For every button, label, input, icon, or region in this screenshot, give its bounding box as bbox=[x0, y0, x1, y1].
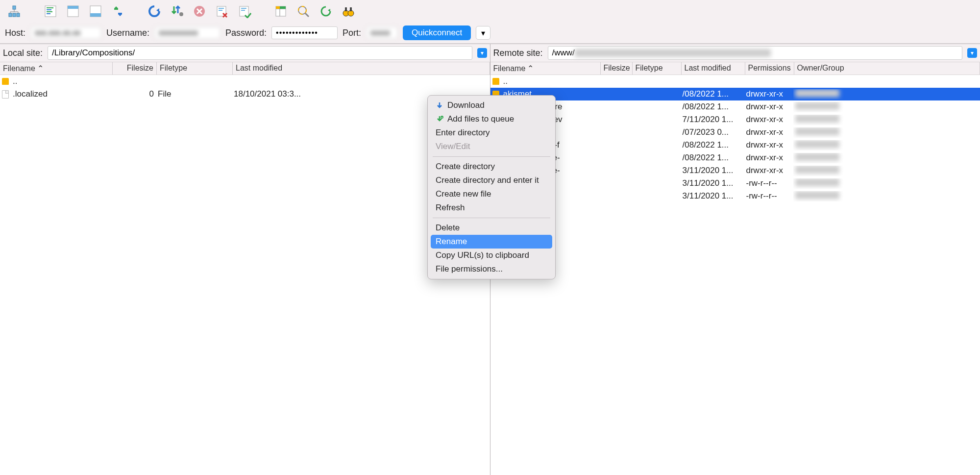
svg-rect-1 bbox=[13, 13, 16, 17]
file-owner bbox=[793, 140, 980, 150]
remote-file-list[interactable]: .. akismet /08/2022 1... drwxr-xr-x bett… bbox=[490, 75, 980, 475]
reconnect-icon[interactable] bbox=[235, 2, 254, 21]
local-header-filetype[interactable]: Filetype bbox=[157, 62, 233, 75]
quickconnect-dropdown[interactable]: ▾ bbox=[476, 26, 490, 40]
toggle-queue-icon[interactable] bbox=[86, 2, 105, 21]
ctx-rename[interactable]: Rename bbox=[431, 235, 552, 249]
svg-rect-14 bbox=[68, 6, 78, 9]
file-permissions: -rw-r--r-- bbox=[744, 191, 793, 201]
file-owner bbox=[793, 102, 980, 112]
file-owner bbox=[793, 178, 980, 189]
port-input[interactable] bbox=[366, 26, 398, 39]
ctx-enter-directory[interactable]: Enter directory bbox=[428, 126, 555, 140]
ctx-create-directory-enter[interactable]: Create directory and enter it bbox=[428, 174, 555, 187]
password-label: Password: bbox=[225, 28, 267, 38]
site-manager-icon[interactable] bbox=[5, 2, 24, 21]
refresh-compare-icon[interactable] bbox=[109, 2, 127, 21]
file-modified: /08/2022 1... bbox=[681, 102, 744, 112]
svg-point-34 bbox=[298, 6, 306, 14]
file-owner bbox=[793, 89, 980, 100]
file-row[interactable]: woocommerce- 3/11/2020 1... drwxr-xr-x bbox=[490, 164, 980, 177]
local-header-filename[interactable]: Filename⌃ bbox=[0, 62, 113, 75]
remote-header-filesize[interactable]: Filesize bbox=[601, 62, 633, 75]
host-input[interactable] bbox=[30, 26, 101, 39]
file-row[interactable]: woocommerce- /08/2022 1... drwxr-xr-x bbox=[490, 151, 980, 164]
cancel-icon[interactable] bbox=[190, 2, 209, 21]
remote-header-permissions[interactable]: Permissions bbox=[745, 62, 794, 75]
ctx-create-directory[interactable]: Create directory bbox=[428, 160, 555, 174]
toggle-log-icon[interactable] bbox=[41, 2, 60, 21]
svg-rect-16 bbox=[90, 13, 101, 17]
ctx-download[interactable]: Download bbox=[428, 99, 555, 112]
svg-line-36 bbox=[305, 13, 309, 17]
file-row[interactable]: .. bbox=[0, 75, 490, 88]
main-toolbar bbox=[0, 0, 980, 23]
remote-pane: Remote site: /www/ ▾ Filename⌃ Filesize … bbox=[490, 44, 980, 475]
file-permissions: drwxr-xr-x bbox=[744, 115, 793, 125]
ctx-file-permissions[interactable]: File permissions... bbox=[428, 262, 555, 276]
sync-icon[interactable] bbox=[145, 2, 164, 21]
ctx-add-to-queue[interactable]: + Add files to queue bbox=[428, 112, 555, 126]
ctx-create-new-file[interactable]: Create new file bbox=[428, 187, 555, 201]
add-queue-icon: + bbox=[436, 115, 443, 123]
file-listing-icon[interactable] bbox=[271, 2, 290, 21]
folder-icon bbox=[0, 78, 11, 85]
remote-header-modified[interactable]: Last modified bbox=[682, 62, 745, 75]
file-row[interactable]: .localized 0 File 18/10/2021 03:3... bbox=[0, 88, 490, 100]
svg-rect-39 bbox=[345, 7, 347, 11]
file-permissions: drwxr-xr-x bbox=[744, 140, 793, 150]
file-row[interactable]: mu-plugins /07/2023 0... drwxr-xr-x bbox=[490, 126, 980, 139]
remote-header-owner[interactable]: Owner/Group bbox=[794, 62, 980, 75]
disconnect-icon[interactable] bbox=[213, 2, 231, 21]
password-input[interactable] bbox=[271, 26, 338, 39]
folder-icon bbox=[490, 78, 501, 85]
svg-text:+: + bbox=[441, 116, 443, 119]
local-headers: Filename⌃ Filesize Filetype Last modifie… bbox=[0, 62, 490, 75]
file-name: .. bbox=[501, 76, 600, 86]
ctx-refresh[interactable]: Refresh bbox=[428, 201, 555, 215]
local-header-modified[interactable]: Last modified bbox=[233, 62, 490, 75]
file-row[interactable]: better-search-re /08/2022 1... drwxr-xr-… bbox=[490, 100, 980, 113]
host-label: Host: bbox=[5, 28, 25, 38]
file-permissions: drwxr-xr-x bbox=[744, 102, 793, 112]
svg-rect-32 bbox=[276, 6, 280, 9]
remote-path-dropdown[interactable]: ▾ bbox=[967, 48, 977, 58]
local-file-list[interactable]: .. .localized 0 File 18/10/2021 03:3... bbox=[0, 75, 490, 475]
file-permissions: drwxr-xr-x bbox=[744, 166, 793, 175]
svg-rect-0 bbox=[9, 13, 12, 17]
search-binoculars-icon[interactable] bbox=[339, 2, 358, 21]
file-modified: 3/11/2020 1... bbox=[681, 191, 744, 201]
filter-icon[interactable] bbox=[294, 2, 313, 21]
download-icon bbox=[436, 101, 443, 109]
svg-point-19 bbox=[179, 12, 183, 16]
file-row[interactable]: woo-checkout-f /08/2022 1... drwxr-xr-x bbox=[490, 139, 980, 151]
local-pane: Local site: ▾ Filename⌃ Filesize Filetyp… bbox=[0, 44, 490, 475]
local-path-input[interactable] bbox=[48, 46, 472, 60]
transfer-settings-icon[interactable] bbox=[168, 2, 186, 21]
compare-icon[interactable] bbox=[317, 2, 335, 21]
local-header-filesize[interactable]: Filesize bbox=[113, 62, 157, 75]
file-row[interactable]: disable-post-rev 7/11/2020 1... drwxr-xr… bbox=[490, 113, 980, 126]
local-path-dropdown[interactable]: ▾ bbox=[477, 48, 487, 58]
file-name: .localized bbox=[11, 89, 112, 99]
toggle-tree-icon[interactable] bbox=[64, 2, 82, 21]
svg-rect-2 bbox=[17, 13, 20, 17]
quickconnect-button[interactable]: Quickconnect bbox=[403, 25, 471, 40]
remote-path-input[interactable]: /www/ bbox=[548, 46, 962, 60]
svg-rect-33 bbox=[280, 6, 286, 9]
file-row[interactable]: .. bbox=[490, 75, 980, 88]
username-input[interactable] bbox=[154, 26, 220, 39]
file-permissions: -rw-r--r-- bbox=[744, 178, 793, 188]
file-modified: 3/11/2020 1... bbox=[681, 178, 744, 188]
remote-header-filetype[interactable]: Filetype bbox=[633, 62, 682, 75]
svg-rect-40 bbox=[350, 7, 352, 11]
ctx-copy-url[interactable]: Copy URL(s) to clipboard bbox=[428, 249, 555, 262]
file-row[interactable]: hello.php 3/11/2020 1... -rw-r--r-- bbox=[490, 177, 980, 190]
file-row[interactable]: akismet /08/2022 1... drwxr-xr-x bbox=[490, 88, 980, 100]
ctx-delete[interactable]: Delete bbox=[428, 221, 555, 235]
ctx-separator bbox=[433, 156, 550, 157]
file-name: .. bbox=[11, 76, 112, 86]
remote-header-filename[interactable]: Filename⌃ bbox=[490, 62, 601, 75]
port-label: Port: bbox=[343, 28, 361, 38]
file-row[interactable]: index.php 3/11/2020 1... -rw-r--r-- bbox=[490, 190, 980, 202]
